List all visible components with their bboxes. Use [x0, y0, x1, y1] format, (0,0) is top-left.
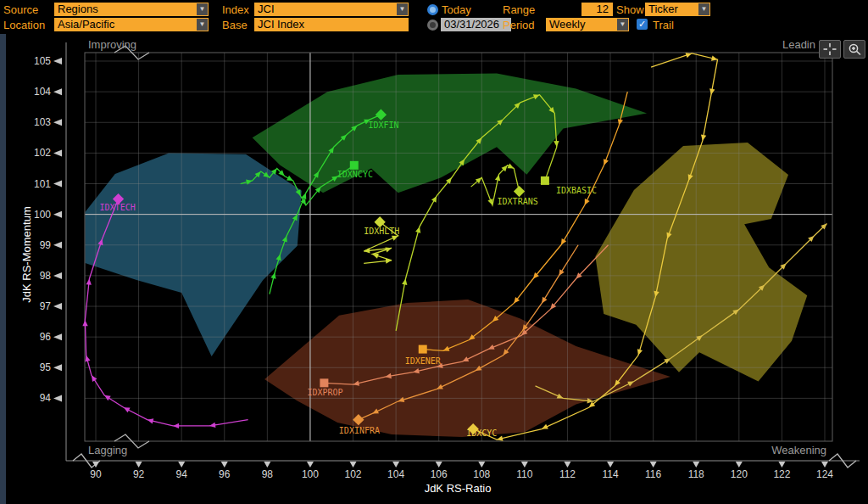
- quadrant-label-leading: Leadin: [782, 38, 815, 51]
- zoom-button[interactable]: [843, 40, 865, 59]
- head-marker-IDXENER[interactable]: [419, 345, 427, 354]
- y-tick-icon: [53, 181, 62, 188]
- date-input[interactable]: 03/31/2026: [441, 18, 511, 31]
- chevron-down-icon[interactable]: ▼: [698, 3, 709, 15]
- y-tick-label: 103: [34, 116, 51, 128]
- x-tick-icon: [693, 462, 699, 468]
- ticker-label-IDXTRANS[interactable]: IDXTRANS: [498, 197, 538, 206]
- x-tick-label: 110: [516, 468, 532, 480]
- x-tick-icon: [607, 462, 614, 468]
- location-dropdown[interactable]: Asia/Pacific ▼: [54, 18, 209, 31]
- trail-checkbox-label: Trail: [653, 18, 674, 32]
- ticker-label-IDXTECH[interactable]: IDXTECH: [100, 203, 136, 212]
- head-marker-IDXTRANS[interactable]: [514, 186, 525, 197]
- x-tick-label: 96: [219, 468, 231, 480]
- crosshair-button[interactable]: [819, 40, 841, 59]
- period-dropdown[interactable]: Weekly ▼: [546, 18, 629, 31]
- head-marker-IDXBASIC[interactable]: [541, 176, 549, 185]
- y-tick-label: 101: [34, 178, 51, 190]
- head-marker-IDXNCYC[interactable]: [350, 161, 359, 170]
- index-dropdown[interactable]: JCI ▼: [254, 3, 409, 16]
- trail-arrow-icon: [82, 320, 88, 326]
- trail-arrow-icon: [539, 297, 547, 305]
- trail-arrow-icon: [86, 278, 92, 285]
- period-label: Period: [503, 18, 535, 32]
- x-tick-label: 112: [559, 468, 576, 480]
- x-tick-icon: [650, 462, 657, 468]
- x-tick-icon: [436, 462, 442, 468]
- date-radio[interactable]: [427, 20, 438, 31]
- x-tick-icon: [307, 462, 314, 468]
- ticker-label-IDXNCYC[interactable]: IDXNCYC: [337, 170, 373, 179]
- y-tick-label: 97: [40, 300, 52, 312]
- ticker-label-IDXFIN[interactable]: IDXFIN: [368, 120, 398, 130]
- ticker-label-IDXCYC[interactable]: IDXCYC: [466, 428, 497, 438]
- x-axis-title: JdK RS-Ratio: [425, 482, 492, 495]
- source-label: Source: [3, 3, 38, 17]
- y-tick-label: 96: [40, 331, 52, 343]
- y-tick-icon: [53, 88, 62, 95]
- y-tick-label: 94: [40, 392, 52, 404]
- x-tick-label: 90: [90, 468, 102, 480]
- index-label: Index: [222, 3, 249, 17]
- y-tick-label: 102: [34, 147, 51, 159]
- source-dropdown[interactable]: Regions ▼: [54, 3, 209, 16]
- x-tick-label: 98: [262, 468, 274, 480]
- x-tick-label: 108: [473, 468, 490, 480]
- head-marker-IDXPROP[interactable]: [320, 378, 328, 387]
- ticker-label-IDXENER[interactable]: IDXENER: [405, 356, 442, 366]
- trail-arrow-icon: [554, 141, 559, 147]
- weakening-blob: [595, 143, 807, 381]
- y-tick-icon: [53, 333, 62, 340]
- base-input[interactable]: JCI Index: [254, 18, 409, 31]
- quadrant-label-lagging: Lagging: [88, 444, 127, 456]
- x-tick-label: 124: [816, 468, 833, 480]
- y-tick-label: 104: [34, 86, 51, 98]
- today-radio[interactable]: [427, 4, 438, 15]
- chevron-down-icon[interactable]: ▼: [197, 3, 208, 15]
- trail-IDXHLTH: IDXHLTH: [364, 216, 399, 264]
- x-tick-label: 94: [175, 468, 187, 480]
- x-tick-label: 122: [773, 468, 790, 480]
- range-label: Range: [503, 3, 535, 17]
- trail-arrow-icon: [122, 405, 130, 412]
- x-tick-icon: [392, 462, 399, 468]
- chevron-down-icon[interactable]: ▼: [397, 3, 408, 15]
- show-dropdown[interactable]: Ticker ▼: [645, 3, 710, 16]
- y-tick-icon: [53, 303, 62, 310]
- ticker-label-IDXINFRA[interactable]: IDXINFRA: [339, 426, 380, 435]
- crosshair-icon: [822, 42, 837, 56]
- y-tick-label: 105: [34, 55, 51, 67]
- y-tick-label: 100: [34, 209, 51, 221]
- base-label: Base: [222, 18, 248, 32]
- trail-arrow-icon: [173, 423, 179, 428]
- quadrant-label-weakening: Weakening: [771, 444, 826, 456]
- y-tick-icon: [53, 58, 62, 64]
- quadrant-label-improving: Improving: [88, 38, 136, 51]
- y-tick-icon: [53, 149, 62, 156]
- ticker-label-IDXHLTH[interactable]: IDXHLTH: [364, 227, 399, 236]
- trail-arrow-icon: [385, 245, 392, 252]
- x-tick-label: 120: [731, 468, 748, 480]
- trail-arrow-icon: [147, 417, 153, 424]
- ticker-label-IDXPROP[interactable]: IDXPROP: [307, 388, 342, 397]
- y-tick-label: 95: [40, 361, 52, 373]
- x-tick-icon: [521, 462, 528, 468]
- x-tick-label: 100: [302, 468, 319, 480]
- chevron-down-icon[interactable]: ▼: [617, 19, 628, 31]
- y-tick-icon: [53, 242, 62, 249]
- trail-checkbox[interactable]: ✓: [637, 19, 648, 30]
- x-tick-icon: [178, 462, 185, 468]
- trail-arrow-icon: [431, 194, 439, 202]
- trail-arrow-icon: [686, 51, 693, 58]
- chevron-down-icon[interactable]: ▼: [197, 19, 208, 31]
- toolbar: Source Regions ▼ Index JCI ▼ Today Range…: [0, 0, 868, 34]
- range-input[interactable]: 12: [581, 3, 613, 16]
- y-tick-icon: [53, 211, 62, 218]
- trail-arrow-icon: [601, 159, 608, 166]
- trail-arrow-icon: [415, 226, 422, 232]
- x-tick-label: 92: [133, 468, 145, 480]
- x-tick-label: 106: [431, 468, 448, 480]
- y-tick-icon: [53, 364, 62, 371]
- x-tick-icon: [478, 462, 485, 468]
